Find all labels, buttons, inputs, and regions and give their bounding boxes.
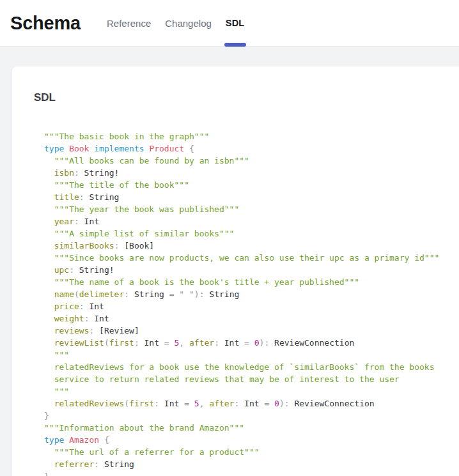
code-token xyxy=(64,144,69,153)
code-token: String xyxy=(84,192,120,202)
code-token: isbn xyxy=(44,168,74,178)
tab-reference[interactable]: Reference xyxy=(100,0,158,46)
code-line: type Book implements Product { xyxy=(44,142,459,155)
tab-bar: ReferenceChangelogSDL xyxy=(100,0,251,46)
code-token: implements xyxy=(94,144,144,153)
code-token: ( xyxy=(104,338,109,348)
code-token: type xyxy=(44,144,64,153)
code-token: , xyxy=(199,399,210,408)
code-token: String! xyxy=(79,168,120,178)
code-token: = xyxy=(264,399,274,408)
code-token: ReviewConnection xyxy=(269,338,354,348)
code-token: delimeter xyxy=(79,289,124,299)
sdl-card: SDL """The basic book in the graph"""typ… xyxy=(12,66,459,476)
code-token: after xyxy=(209,399,234,408)
code-token xyxy=(184,144,189,153)
code-line: year: Int xyxy=(44,215,459,227)
code-token: String! xyxy=(74,265,114,275)
code-line: """The name of a book is the book's titl… xyxy=(44,276,459,288)
code-token: year xyxy=(44,217,74,226)
code-token: } xyxy=(44,411,49,420)
code-token: reviewList xyxy=(44,338,104,348)
code-token: String xyxy=(99,459,134,469)
code-token: String xyxy=(205,289,240,299)
code-token: price xyxy=(44,302,79,311)
code-token: ReviewConnection xyxy=(290,399,375,408)
code-token: Int xyxy=(139,338,164,348)
code-token: relatedReviews xyxy=(44,399,124,408)
code-token: String xyxy=(129,289,169,299)
code-token: 5 xyxy=(194,399,199,408)
code-token: : xyxy=(74,217,79,226)
code-token: """All books can be found by an isbn""" xyxy=(44,156,249,165)
code-token: 0 xyxy=(274,399,279,408)
tab-changelog[interactable]: Changelog xyxy=(158,0,219,46)
code-line: name(delimeter: String = " "): String xyxy=(44,288,459,300)
code-token: """ xyxy=(44,387,69,396)
code-line: """The year the book was published""" xyxy=(44,203,459,215)
code-token: """ xyxy=(44,350,69,360)
code-token: , xyxy=(179,338,189,348)
code-line: price: Int xyxy=(44,300,459,312)
code-token: first xyxy=(109,338,134,348)
code-token: service to return related reviews that m… xyxy=(44,374,400,384)
code-token: 0 xyxy=(254,338,260,348)
code-token: = xyxy=(184,399,194,408)
code-token: Int xyxy=(219,338,244,348)
code-token: : xyxy=(79,192,84,202)
tab-sdl[interactable]: SDL xyxy=(219,0,252,46)
code-token: referrer xyxy=(44,459,94,469)
code-line: upc: String! xyxy=(44,264,459,276)
code-line: isbn: String! xyxy=(44,167,459,179)
code-token: Int xyxy=(159,399,184,408)
code-line: title: String xyxy=(44,191,459,203)
code-token: ( xyxy=(124,399,129,408)
code-token: Int xyxy=(79,217,99,226)
code-token: { xyxy=(104,435,109,445)
code-line: """ xyxy=(44,349,459,361)
code-token: upc xyxy=(44,265,69,275)
sdl-code-block[interactable]: """The basic book in the graph"""type Bo… xyxy=(44,130,459,476)
code-token: Product xyxy=(149,144,184,153)
page-title: Schema xyxy=(10,13,81,34)
code-line: """The basic book in the graph""" xyxy=(44,130,459,142)
code-line: """Information about the brand Amazon""" xyxy=(44,422,459,434)
code-token: : xyxy=(79,302,84,311)
code-token: """The year the book was published""" xyxy=(44,204,239,214)
code-line: service to return related reviews that m… xyxy=(44,373,459,385)
code-token: : xyxy=(124,289,129,299)
code-token: [Book] xyxy=(119,241,154,250)
code-token: Book xyxy=(69,144,89,153)
code-token: after xyxy=(189,338,214,348)
code-token: relatedReviews for a book use the knowle… xyxy=(44,362,434,372)
code-token: """The basic book in the graph""" xyxy=(44,132,209,141)
code-token: Int xyxy=(239,399,264,408)
code-token: """The title of the book""" xyxy=(44,180,189,190)
code-line: """A simple list of similar books""" xyxy=(44,227,459,240)
code-line: weight: Int xyxy=(44,312,459,325)
sdl-heading: SDL xyxy=(34,91,459,105)
code-token: = xyxy=(164,338,175,348)
code-token: : xyxy=(94,459,99,469)
code-token: """Since books are now products, we can … xyxy=(44,253,439,263)
code-line: """The title of the book""" xyxy=(44,179,459,191)
code-token: : xyxy=(74,168,79,178)
code-token: Int xyxy=(89,314,109,323)
code-token: = xyxy=(244,338,254,348)
code-line: referrer: String xyxy=(44,458,459,470)
code-token: ): xyxy=(279,399,290,408)
code-token: Int xyxy=(84,302,104,311)
code-token: """Information about the brand Amazon""" xyxy=(44,423,244,433)
code-token: ( xyxy=(74,289,79,299)
code-token xyxy=(99,435,104,445)
page-header: Schema ReferenceChangelogSDL xyxy=(0,0,459,47)
code-token: reviews xyxy=(44,326,89,335)
code-token: weight xyxy=(44,314,84,323)
code-token: } xyxy=(44,472,49,476)
code-token: similarBooks xyxy=(44,241,114,250)
code-line: relatedReviews for a book use the knowle… xyxy=(44,361,459,373)
code-line: """Since books are now products, we can … xyxy=(44,252,459,264)
code-token: [Review] xyxy=(94,326,139,335)
code-line: """All books can be found by an isbn""" xyxy=(44,155,459,167)
code-token: """The url of a referrer for a product""… xyxy=(44,447,260,457)
